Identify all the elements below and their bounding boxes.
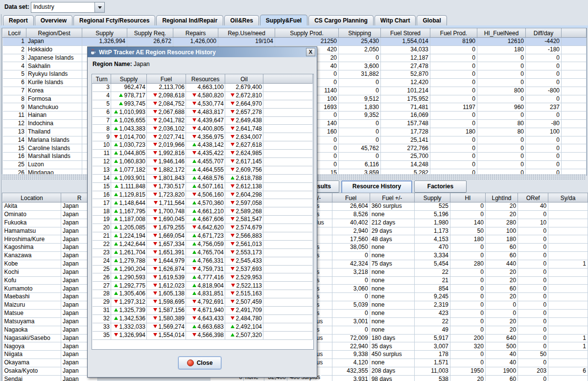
location-stats-row[interactable]: s38,050none4700600: [316, 244, 588, 252]
location-row[interactable]: NiigataJapan: [3, 351, 98, 359]
location-row[interactable]: KofuJapan: [3, 276, 98, 285]
location-stats-row[interactable]: s26,604360 surplus52502040: [316, 202, 588, 211]
location-stats-row[interactable]: us3,001none220200: [316, 317, 588, 326]
location-stats-row[interactable]: s0none9,2450200: [316, 293, 588, 301]
column-header[interactable]: Supply: [82, 29, 127, 38]
location-stats-row[interactable]: s3,218none220200: [316, 268, 588, 276]
history-row[interactable]: 131,077,1821,882,1724,464,5552,609,756: [93, 166, 313, 174]
dataset-combobox[interactable]: Industry: [31, 2, 105, 13]
location-stats-row[interactable]: us4,120none1,5710400: [316, 359, 588, 367]
location-stats-row[interactable]: 432,355208 days11,003195019002036: [316, 367, 588, 375]
history-row[interactable]: 3962,4742,113,7064,663,1002,679,400: [93, 84, 313, 92]
column-header[interactable]: HI: [450, 194, 486, 202]
tab-oil-res[interactable]: Oil&Res: [224, 15, 259, 26]
location-row[interactable]: NagoyaJapan: [3, 342, 98, 351]
close-button[interactable]: Close: [178, 357, 221, 369]
history-row[interactable]: 351,326,9941,554,0144,566,3982,507,320: [93, 331, 313, 339]
location-stats-row[interactable]: s5,039none2,319000: [316, 301, 588, 310]
column-header[interactable]: Region/Dest: [26, 29, 82, 38]
column-header[interactable]: Fuel Stored: [381, 29, 430, 38]
location-row[interactable]: MaebashiJapan: [3, 293, 98, 301]
column-header[interactable]: [562, 29, 587, 38]
results-button-partial[interactable]: sults: [316, 180, 339, 193]
history-row[interactable]: 221,242,6441,657,3344,756,0592,561,013: [93, 240, 313, 248]
history-row[interactable]: 271,292,7751,612,0234,818,9042,522,113: [93, 282, 313, 290]
location-stats-row[interactable]: s3,060none8540600: [316, 285, 588, 293]
tab-witp-chart[interactable]: Witp Chart: [375, 15, 416, 26]
column-header[interactable]: Fuel: [332, 194, 370, 202]
column-header[interactable]: Oil: [225, 75, 263, 84]
location-row[interactable]: MaizuruJapan: [3, 301, 98, 310]
location-row[interactable]: Hiroshima/KureJapan: [3, 235, 98, 244]
column-header[interactable]: Turn: [93, 75, 111, 84]
location-row[interactable]: AkitaJapan: [3, 202, 98, 211]
location-row[interactable]: FukuokaJapan: [3, 219, 98, 227]
history-row[interactable]: 251,290,2041,626,8744,759,7312,537,693: [93, 265, 313, 273]
history-row[interactable]: 61,010,9932,067,6884,483,8172,657,278: [93, 108, 313, 116]
column-header[interactable]: Loc#: [3, 29, 26, 38]
location-stats-row[interactable]: 2,94029 days1,173501000: [316, 227, 588, 235]
dialog-close-x-button[interactable]: X: [306, 48, 315, 56]
location-row[interactable]: MatsueJapan: [3, 309, 98, 317]
location-row[interactable]: KagoshimaJapan: [3, 244, 98, 252]
column-header[interactable]: ORef: [518, 194, 548, 202]
history-row[interactable]: 171,148,6441,711,5644,570,3602,597,058: [93, 199, 313, 207]
tab-regional-ind-repair[interactable]: Regional Ind/Repair: [156, 15, 223, 26]
column-header[interactable]: Shipping: [339, 29, 381, 38]
location-row[interactable]: OminatoJapan: [3, 210, 98, 219]
history-row[interactable]: 261,290,5931,619,5394,777,4162,529,953: [93, 273, 313, 282]
column-header[interactable]: Fuel +/-: [370, 194, 414, 202]
location-row[interactable]: KumamotoJapan: [3, 285, 98, 293]
history-row[interactable]: 281,305,4061,605,1384,831,8512,515,163: [93, 290, 313, 298]
history-row[interactable]: 121,060,8301,946,1464,455,7072,617,145: [93, 158, 313, 166]
location-stats-row[interactable]: s0none210200: [316, 276, 588, 285]
location-row[interactable]: Osaka/KyotoJapan: [3, 367, 98, 375]
tab-cs-cargo-planning[interactable]: CS Cargo Planning: [308, 15, 374, 26]
history-row[interactable]: 111,044,8051,992,8164,435,4222,624,985: [93, 150, 313, 158]
tab-supply-fuel[interactable]: Supply&Fuel: [260, 15, 307, 26]
location-stats-row[interactable]: s3,93198 days53820600: [316, 375, 588, 381]
column-header[interactable]: [263, 75, 313, 84]
location-stats-row[interactable]: us9,338450 surplus17804050: [316, 351, 588, 359]
column-header[interactable]: Rep.Use/need: [218, 29, 275, 38]
history-row[interactable]: 211,224,1941,669,0544,671,7232,566,883: [93, 232, 313, 241]
location-stats-row[interactable]: s0none423000: [316, 309, 588, 317]
combo-dropdown-button[interactable]: [94, 2, 104, 12]
column-header[interactable]: Repairs: [173, 29, 218, 38]
column-header[interactable]: Diff/day: [526, 29, 562, 38]
history-row[interactable]: 191,187,0081,690,0454,667,6062,581,547: [93, 216, 313, 224]
location-stats-row[interactable]: us72,009180 days5,91720064001: [316, 334, 588, 342]
location-stats-row[interactable]: s0none490200: [316, 326, 588, 334]
tab-global[interactable]: Global: [417, 15, 447, 26]
history-row[interactable]: 101,030,7232,019,9664,438,1422,627,618: [93, 141, 313, 150]
column-header[interactable]: Location: [3, 194, 61, 202]
tab-report[interactable]: Report: [3, 15, 34, 26]
column-header[interactable]: Fuel: [147, 75, 186, 84]
location-stats-row[interactable]: 22,94035 days3,00732050001: [316, 342, 588, 351]
history-row[interactable]: 81,043,3832,036,1024,400,8052,641,748: [93, 125, 313, 133]
location-row[interactable]: OkayamaJapan: [3, 359, 98, 367]
column-header[interactable]: /-: [316, 194, 332, 202]
history-row[interactable]: 71,026,6552,041,7824,439,6472,649,438: [93, 116, 313, 125]
region-row[interactable]: 1Japan1,326,99426,6721,426,00019/1042125…: [3, 38, 587, 46]
column-header[interactable]: Fuel Prod.: [430, 29, 477, 38]
location-stats-row[interactable]: s0none3,3340600: [316, 252, 588, 260]
column-header[interactable]: Resources: [186, 75, 225, 84]
column-header[interactable]: Supply Req.: [127, 29, 173, 38]
column-header[interactable]: Sy/da: [548, 194, 588, 202]
location-row[interactable]: MatsuyamaJapan: [3, 317, 98, 326]
history-row[interactable]: 331,332,0331,569,2744,663,6832,492,104: [93, 323, 313, 331]
location-stats-row[interactable]: s8,526none5,1960200: [316, 210, 588, 219]
location-row[interactable]: NagaokaJapan: [3, 326, 98, 334]
history-row[interactable]: 321,342,5361,580,3894,643,4332,484,780: [93, 314, 313, 323]
location-row[interactable]: KobeJapan: [3, 260, 98, 268]
column-header[interactable]: Supply: [111, 75, 147, 84]
location-stats-row[interactable]: 17,56048 days4,1531801800: [316, 235, 588, 244]
history-row[interactable]: 241,279,7881,644,9794,766,3312,545,433: [93, 257, 313, 265]
history-row[interactable]: 161,129,8151,723,8204,506,1602,604,298: [93, 191, 313, 199]
history-row[interactable]: 4978,7172,098,6184,580,8202,672,810: [93, 91, 313, 100]
history-row[interactable]: 91,014,7002,027,7414,356,9752,634,007: [93, 133, 313, 141]
history-row[interactable]: 5993,7452,084,7524,530,7742,664,970: [93, 100, 313, 108]
history-row[interactable]: 291,297,3121,598,6954,792,6912,507,459: [93, 298, 313, 307]
column-header[interactable]: HI_FuelNeed: [477, 29, 526, 38]
